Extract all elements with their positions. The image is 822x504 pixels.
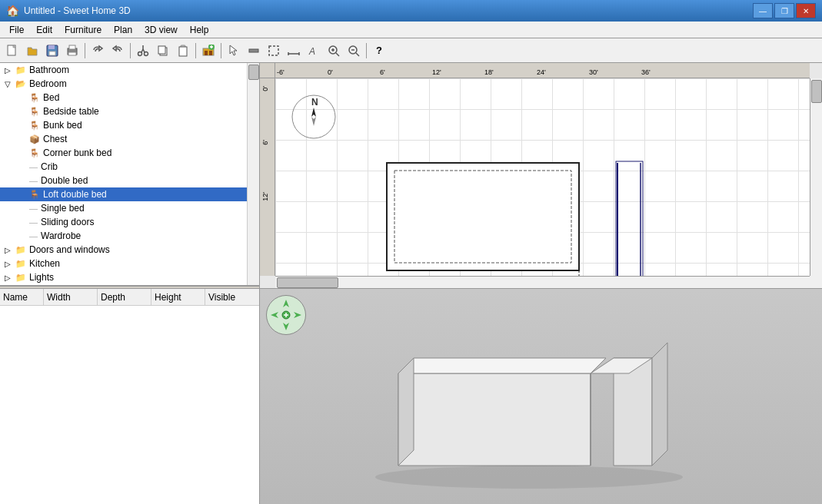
col-name: Name [0,289,44,305]
tree-item-sliding-doors[interactable]: — Sliding doors [0,215,247,229]
svg-rect-17 [205,51,208,55]
create-dimension-button[interactable] [285,41,303,60]
menu-3d-view[interactable]: 3D view [138,23,184,37]
svg-rect-23 [269,46,278,55]
scrollbar-thumb[interactable] [248,65,259,80]
tree-item-kitchen[interactable]: ▷ 📁 Kitchen [0,257,247,270]
view-3d[interactable] [260,289,822,504]
right-panel: -6' 0' 6' 12' 18' 24' 30' 36' 0' 6' 12' [260,63,822,504]
svg-text:N: N [311,97,318,108]
tree-item-lights[interactable]: ▷ 📁 Lights [0,270,247,284]
compass: N [291,94,337,140]
svg-rect-2 [48,45,55,49]
tree-item-label: Chest [43,134,67,144]
tree-item-corner-bunk-bed[interactable]: 🪑 Corner bunk bed [0,146,247,160]
plan-canvas[interactable]: N [275,78,810,276]
ruler-label: 12' [261,192,269,201]
ruler-label: 0' [328,68,333,76]
tree-item-wardrobe[interactable]: — Wardrobe [0,229,247,243]
tree-item-bedside-table[interactable]: 🪑 Bedside table [0,104,247,118]
select-button[interactable] [225,41,243,60]
redo-button[interactable] [108,41,127,60]
svg-line-29 [336,53,339,56]
save-button[interactable] [43,41,62,60]
copy-button[interactable] [154,41,172,60]
svg-marker-57 [652,343,667,466]
tree-item-doors-windows[interactable]: ▷ 📁 Doors and windows [0,243,247,257]
plan-scrollbar-vertical[interactable] [810,78,822,276]
furniture-icon: 🪑 [29,148,40,158]
scrollbar-thumb-h[interactable] [277,277,338,288]
furniture-tree[interactable]: ▷ 📁 Bathroom ▽ 📂 Bedroom 🪑 Bed [0,63,259,286]
tree-item-loft-double-bed[interactable]: 🪑 Loft double bed [0,187,247,201]
separator-5 [366,43,367,58]
menu-bar: File Edit Furniture Plan 3D view Help [0,22,822,38]
create-label-button[interactable]: A [305,41,323,60]
tree-item-bedroom[interactable]: ▽ 📂 Bedroom [0,77,247,91]
tree-item-double-bed[interactable]: — Double bed [0,174,247,187]
scrollbar-thumb-v[interactable] [811,80,822,103]
close-button[interactable]: ✕ [796,3,816,18]
floor-plan-drawing [379,155,702,276]
add-furniture-button[interactable] [199,41,218,60]
col-width: Width [44,289,98,305]
expand-icon[interactable]: ▷ [5,260,15,268]
svg-rect-6 [68,52,76,55]
minimize-button[interactable]: — [753,3,773,18]
tree-item-bathroom[interactable]: ▷ 📁 Bathroom [0,63,247,77]
svg-rect-13 [158,46,165,54]
menu-file[interactable]: File [3,23,30,37]
menu-furniture[interactable]: Furniture [58,23,108,37]
tree-item-crib[interactable]: — Crib [0,160,247,174]
separator-2 [130,43,131,58]
col-depth: Depth [98,289,151,305]
navigation-widget[interactable] [266,295,306,335]
tree-item-bunk-bed[interactable]: 🪑 Bunk bed [0,118,247,132]
ruler-vertical: 0' 6' 12' [260,78,275,276]
expand-icon[interactable]: ▽ [5,80,15,88]
ruler-label: 18' [484,68,494,76]
help-button[interactable]: ? [370,41,388,60]
expand-icon[interactable]: ▷ [5,66,15,75]
expand-icon[interactable]: ▷ [5,274,15,282]
ruler-label: -6' [277,68,285,76]
restore-button[interactable]: ❐ [774,3,794,18]
tree-item-bed[interactable]: 🪑 Bed [0,91,247,104]
tree-item-chest[interactable]: 📦 Chest [0,132,247,146]
undo-button[interactable] [88,41,107,60]
col-visible: Visible [205,289,259,305]
tree-item-label: Bedside table [43,106,99,117]
plan-view[interactable]: -6' 0' 6' 12' 18' 24' 30' 36' 0' 6' 12' [260,63,822,289]
table-header: Name Width Depth Height Visible [0,289,259,306]
ruler-corner [260,63,275,78]
tree-scrollbar[interactable] [247,63,259,285]
tree-item-label: Loft double bed [43,189,107,200]
separator-1 [85,43,85,58]
open-button[interactable] [23,41,42,60]
ruler-label: 0' [261,86,269,91]
menu-plan[interactable]: Plan [108,23,138,37]
svg-rect-22 [249,49,258,52]
separator-3 [195,43,196,58]
zoom-out-button[interactable] [344,41,363,60]
plan-scrollbar-corner [810,276,822,288]
plan-scrollbar-horizontal[interactable] [275,276,810,288]
new-button[interactable] [3,41,22,60]
create-room-button[interactable] [265,41,283,60]
expand-icon[interactable]: ▷ [5,246,15,254]
svg-marker-55 [614,358,652,466]
print-button[interactable] [63,41,82,60]
create-walls-button[interactable] [245,41,263,60]
zoom-in-button[interactable] [324,41,343,60]
cut-button[interactable] [134,41,152,60]
tree-item-single-bed[interactable]: — Single bed [0,201,247,215]
svg-line-10 [143,49,145,52]
svg-marker-48 [294,312,301,318]
svg-line-33 [356,53,359,56]
tree-item-label: Kitchen [29,258,60,269]
paste-button[interactable] [174,41,192,60]
menu-edit[interactable]: Edit [30,23,58,37]
menu-help[interactable]: Help [184,23,215,37]
tree-item-living-room[interactable]: ▷ 📁 Living room [0,284,247,286]
tree-item-label: Lights [29,272,54,283]
